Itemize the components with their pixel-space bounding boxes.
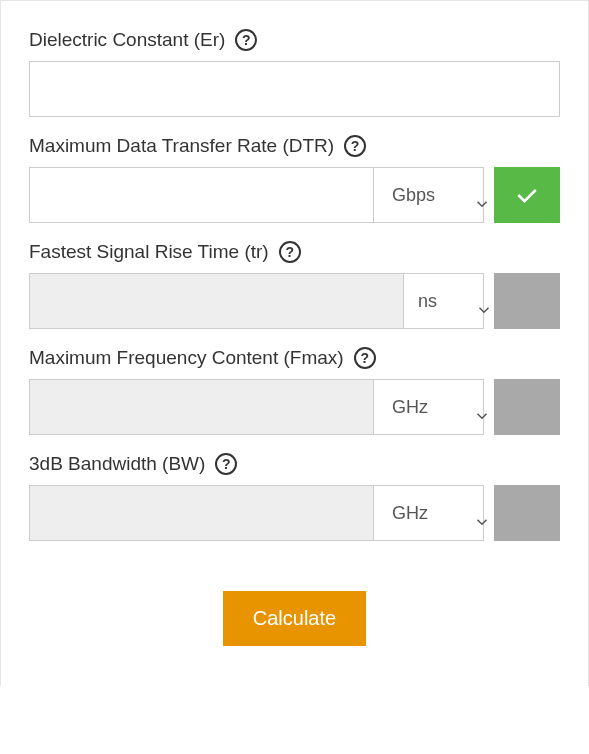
field-group-fmax: Maximum Frequency Content (Fmax) ? GHz bbox=[29, 347, 560, 435]
unit-label: Gbps bbox=[392, 185, 435, 206]
calculate-button[interactable]: Calculate bbox=[223, 591, 366, 646]
unit-label: GHz bbox=[392, 397, 428, 418]
field-group-er: Dielectric Constant (Er) ? bbox=[29, 29, 560, 117]
unit-label: ns bbox=[418, 291, 437, 312]
label-row: Dielectric Constant (Er) ? bbox=[29, 29, 560, 51]
control-row: Gbps bbox=[29, 167, 560, 223]
bw-input bbox=[29, 485, 374, 541]
dtr-input[interactable] bbox=[29, 167, 374, 223]
fmax-unit-select[interactable]: GHz bbox=[374, 379, 484, 435]
er-input[interactable] bbox=[29, 61, 560, 117]
field-label-fmax: Maximum Frequency Content (Fmax) bbox=[29, 347, 344, 369]
control-row: GHz bbox=[29, 379, 560, 435]
select-tr-button[interactable] bbox=[494, 273, 560, 329]
help-icon[interactable]: ? bbox=[279, 241, 301, 263]
select-fmax-button[interactable] bbox=[494, 379, 560, 435]
field-group-tr: Fastest Signal Rise Time (tr) ? ns bbox=[29, 241, 560, 329]
bw-unit-select[interactable]: GHz bbox=[374, 485, 484, 541]
calculator-panel: Dielectric Constant (Er) ? Maximum Data … bbox=[0, 0, 589, 686]
label-row: 3dB Bandwidth (BW) ? bbox=[29, 453, 560, 475]
field-label-tr: Fastest Signal Rise Time (tr) bbox=[29, 241, 269, 263]
unit-label: GHz bbox=[392, 503, 428, 524]
help-icon[interactable]: ? bbox=[235, 29, 257, 51]
label-row: Maximum Data Transfer Rate (DTR) ? bbox=[29, 135, 560, 157]
dtr-unit-select[interactable]: Gbps bbox=[374, 167, 484, 223]
fmax-input bbox=[29, 379, 374, 435]
control-row bbox=[29, 61, 560, 117]
field-group-dtr: Maximum Data Transfer Rate (DTR) ? Gbps bbox=[29, 135, 560, 223]
field-group-bw: 3dB Bandwidth (BW) ? GHz bbox=[29, 453, 560, 541]
field-label-er: Dielectric Constant (Er) bbox=[29, 29, 225, 51]
label-row: Maximum Frequency Content (Fmax) ? bbox=[29, 347, 560, 369]
help-icon[interactable]: ? bbox=[344, 135, 366, 157]
field-label-bw: 3dB Bandwidth (BW) bbox=[29, 453, 205, 475]
tr-input bbox=[29, 273, 404, 329]
tr-unit-select[interactable]: ns bbox=[404, 273, 484, 329]
help-icon[interactable]: ? bbox=[215, 453, 237, 475]
control-row: GHz bbox=[29, 485, 560, 541]
label-row: Fastest Signal Rise Time (tr) ? bbox=[29, 241, 560, 263]
select-dtr-button[interactable] bbox=[494, 167, 560, 223]
control-row: ns bbox=[29, 273, 560, 329]
help-icon[interactable]: ? bbox=[354, 347, 376, 369]
check-icon bbox=[512, 180, 542, 210]
calculate-row: Calculate bbox=[29, 591, 560, 646]
select-bw-button[interactable] bbox=[494, 485, 560, 541]
field-label-dtr: Maximum Data Transfer Rate (DTR) bbox=[29, 135, 334, 157]
